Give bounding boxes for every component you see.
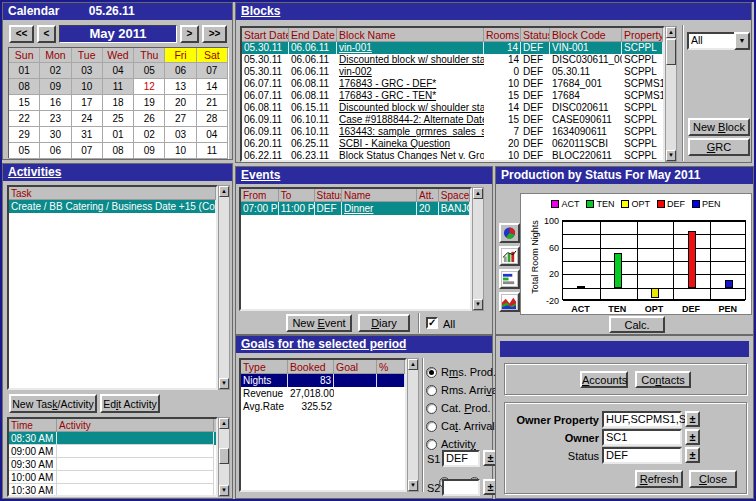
close-button[interactable]: Close (689, 470, 737, 488)
calendar-day[interactable]: 10 (165, 143, 196, 159)
goals-scrollbar[interactable]: ▲ ▼ (407, 358, 419, 492)
owner-lov-button[interactable]: ± (685, 429, 700, 445)
scroll-up-icon[interactable]: ▲ (219, 418, 229, 429)
table-row[interactable]: 05.30.1106.06.11Discounted block w/ shou… (242, 54, 663, 66)
scroll-up-icon[interactable]: ▲ (666, 27, 676, 38)
tasks-scrollbar[interactable]: ▲ ▼ (218, 185, 230, 390)
prev-month-button[interactable]: < (37, 25, 56, 43)
owner-property-lov-button[interactable]: ± (685, 411, 700, 427)
calendar-day[interactable]: 08 (9, 79, 40, 95)
blocks-scrollbar[interactable]: ▲ ▼ (665, 26, 677, 162)
edit-activity-button[interactable]: Edit Activity (100, 394, 160, 413)
table-row[interactable]: 08:30 AM (9, 432, 216, 445)
calendar-day[interactable]: 01 (9, 63, 40, 79)
calendar-day[interactable]: 05 (9, 143, 40, 159)
calendar-day[interactable]: 10 (72, 79, 103, 95)
owner-field[interactable]: SC1 (602, 429, 682, 446)
table-row[interactable]: 06.08.1106.15.11Discounted block w/ shou… (242, 102, 663, 114)
table-row[interactable]: 09:30 AM (9, 458, 216, 471)
table-row[interactable]: Create / BB Catering / Business Date +15… (9, 200, 216, 213)
calendar-day[interactable]: 11 (197, 143, 228, 159)
calc-button[interactable]: Calc. (609, 316, 665, 333)
calendar-day[interactable]: 08 (103, 143, 134, 159)
table-row[interactable]: Revenue27,018.00 (241, 387, 405, 400)
calendar-day[interactable]: 20 (165, 95, 196, 111)
calendar-day[interactable]: 09 (40, 79, 71, 95)
scroll-down-icon[interactable]: ▼ (666, 150, 676, 161)
calendar-day[interactable]: 07 (72, 143, 103, 159)
new-block-button[interactable]: New Block (688, 118, 750, 136)
all-checkbox[interactable]: ✓ (426, 317, 438, 329)
s2-field[interactable] (442, 479, 480, 496)
calendar-day[interactable]: 03 (72, 63, 103, 79)
dropdown-arrow-icon[interactable]: ▼ (734, 32, 750, 50)
accounts-button[interactable]: Accounts (580, 371, 628, 388)
table-row[interactable]: Avg.Rate325.52 (241, 400, 405, 413)
calendar-day[interactable]: 28 (197, 111, 228, 127)
calendar-day[interactable]: 02 (134, 127, 165, 143)
table-row[interactable]: 05.30.1106.06.11vin-00114DEFVIN-001SCPPL (242, 42, 663, 54)
calendar-day[interactable]: 11 (103, 79, 134, 95)
calendar-day[interactable]: 01 (103, 127, 134, 143)
prev-year-button[interactable]: << (9, 25, 34, 43)
events-scrollbar[interactable]: ▲ ▼ (472, 187, 484, 311)
next-year-button[interactable]: >> (202, 25, 227, 43)
calendar-day[interactable]: 23 (40, 111, 71, 127)
scroll-down-icon[interactable]: ▼ (219, 485, 229, 496)
goal-type-radio[interactable]: Rms. Arrival (426, 380, 500, 398)
table-row[interactable]: 06.20.1106.25.11SCBI - Kaineka Question2… (242, 138, 663, 150)
calendar-day[interactable]: 06 (165, 63, 196, 79)
area-chart-icon[interactable] (499, 292, 520, 312)
table-row[interactable]: 10:00 AM (9, 471, 216, 484)
next-month-button[interactable]: > (180, 25, 199, 43)
table-row[interactable]: 06.07.1106.08.11176843 - GRC - TEN*15DEF… (242, 90, 663, 102)
calendar-day[interactable]: 17 (72, 95, 103, 111)
calendar-day[interactable]: 04 (197, 127, 228, 143)
calendar-day[interactable]: 26 (134, 111, 165, 127)
grc-button[interactable]: GRC (688, 138, 750, 156)
calendar-day[interactable]: 25 (103, 111, 134, 127)
calendar-day[interactable]: 04 (103, 63, 134, 79)
blocks-filter-select[interactable]: All (687, 32, 736, 50)
calendar-day[interactable]: 21 (197, 95, 228, 111)
table-row[interactable]: 05.30.1106.06.11vin-0020DEF05.30.11SCPPL (242, 66, 663, 78)
calendar-day[interactable]: 18 (103, 95, 134, 111)
scroll-up-icon[interactable]: ▲ (219, 186, 229, 197)
status-lov-button[interactable]: ± (685, 447, 700, 463)
table-row[interactable]: 09:00 AM (9, 445, 216, 458)
scrollbar-thumb[interactable] (666, 39, 676, 65)
refresh-button[interactable]: Refresh (635, 470, 683, 488)
goal-type-radio[interactable]: Cat. Prod. (426, 398, 491, 416)
goal-type-radio[interactable]: Cat. Arrival (426, 416, 495, 434)
scroll-down-icon[interactable]: ▼ (473, 299, 483, 310)
horizontal-bar-chart-icon[interactable] (499, 269, 520, 289)
goal-type-radio[interactable]: Activity (426, 434, 476, 452)
status-field[interactable]: DEF (602, 447, 682, 464)
calendar-day[interactable]: 09 (134, 143, 165, 159)
calendar-day[interactable]: 27 (165, 111, 196, 127)
table-row[interactable]: 06.09.1106.10.11Case #9188844-2: Alterna… (242, 114, 663, 126)
calendar-day[interactable]: 12 (134, 79, 165, 95)
contacts-button[interactable]: Contacts (635, 371, 691, 388)
scroll-up-icon[interactable]: ▲ (408, 359, 418, 370)
s1-field[interactable]: DEF (442, 450, 480, 467)
scrollbar-thumb[interactable] (219, 448, 229, 464)
calendar-day[interactable]: 02 (40, 63, 71, 79)
calendar-day[interactable]: 06 (40, 143, 71, 159)
calendar-day[interactable]: 07 (197, 63, 228, 79)
new-event-button[interactable]: New Event (286, 314, 352, 332)
scroll-up-icon[interactable]: ▲ (473, 188, 483, 199)
calendar-day[interactable]: 03 (165, 127, 196, 143)
time-scrollbar[interactable]: ▲ ▼ (218, 417, 230, 497)
diary-button[interactable]: Diary (358, 314, 410, 332)
calendar-day[interactable]: 31 (72, 127, 103, 143)
calendar-day[interactable]: 15 (9, 95, 40, 111)
calendar-day[interactable]: 14 (197, 79, 228, 95)
table-row[interactable]: 06.22.1106.23.11Block Status Changes Net… (242, 150, 663, 162)
scroll-down-icon[interactable]: ▼ (408, 480, 418, 491)
calendar-day[interactable]: 29 (9, 127, 40, 143)
table-row[interactable]: 07:00 PM11:00 PMDEFDinner20BANJO3 (241, 202, 470, 215)
bar-chart-icon[interactable] (499, 246, 520, 266)
table-row[interactable]: Nights83 (241, 374, 405, 387)
scroll-down-icon[interactable]: ▼ (219, 378, 229, 389)
